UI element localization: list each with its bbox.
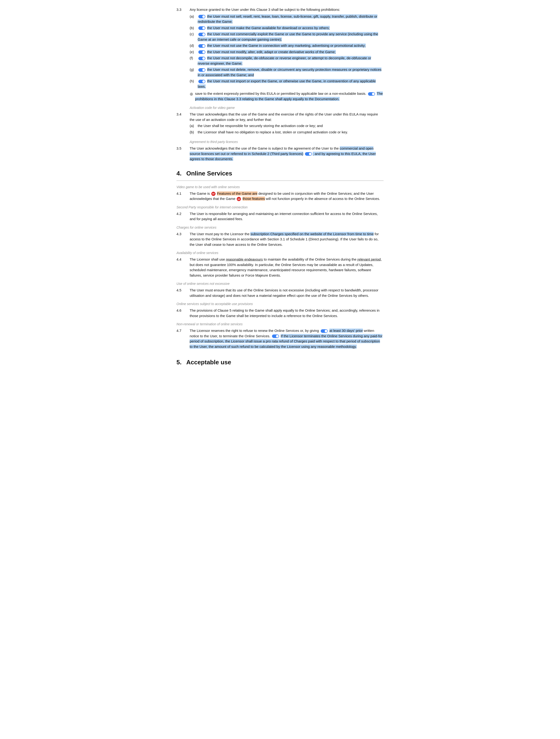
clause-3-3: 3.3 Any licence granted to the User unde…: [176, 7, 384, 102]
clause-3-3-item-h: (h) the User must not import or export t…: [190, 79, 384, 89]
clause-content-4-4: The Licensor shall use reasonable endeav…: [190, 257, 384, 278]
toggle-continuation[interactable]: [368, 92, 375, 96]
clause-4-1-text-after: will not function properly in the absenc…: [265, 197, 380, 201]
clause-4-4-text1: The Licensor shall use: [190, 257, 226, 261]
clause-3-3-intro: Any licence granted to the User under th…: [190, 8, 340, 11]
toggle-d[interactable]: [198, 44, 205, 48]
clause-4-7-wrapper: Non-renewal or termination of online ser…: [176, 322, 384, 349]
sub-label-h: (h): [190, 79, 195, 89]
clause-3-3-continuation: ⊕ save to the extent expressly permitted…: [190, 91, 384, 102]
clause-3-3-item-b: (b) the User must not make the Game avai…: [190, 25, 384, 31]
clause-num-4-4: 4.4: [176, 257, 186, 278]
clause-content-4-2: The User is responsible for arranging an…: [190, 211, 384, 222]
clause-3-3-f-text: the User must not decompile, de-obfuscat…: [198, 56, 371, 65]
clause-num-4-7: 4.7: [176, 328, 186, 349]
clause-3-3-d-text: the User must not use the Game in connec…: [207, 43, 366, 47]
clause-4-7-highlight: at least 30 days' prior: [329, 329, 363, 332]
clause-3-5-text1: The User acknowledges that the use of th…: [190, 146, 340, 150]
clause-3-3-item-e: (e) the User must not modify, alter, edi…: [190, 49, 384, 55]
toggle-3-5[interactable]: [305, 152, 312, 156]
clause-4-1-highlight2: those features: [243, 197, 265, 201]
clause-content-4-1: The Game is or Features of the Game are …: [190, 191, 384, 201]
clause-num-4-1: 4.1: [176, 191, 186, 201]
clause-4-1: 4.1 The Game is or Features of the Game …: [176, 191, 384, 201]
clause-3-4: 3.4 The User acknowledges that the use o…: [176, 112, 384, 136]
section-5-num: 5.: [176, 358, 182, 367]
clause-3-4-a-text: the User shall be responsible for secure…: [198, 123, 323, 129]
clause-num-3-3: 3.3: [176, 7, 186, 102]
clause-3-3-g-text: the User must not delete, remove, disabl…: [198, 67, 382, 77]
clause-3-4-intro: The User acknowledges that the use of th…: [190, 112, 378, 122]
section-4-header: 4. Online Services: [176, 169, 384, 178]
clause-3-4-item-b: (b) the Licensor shall have no obligatio…: [190, 130, 384, 135]
clause-content-3-4: The User acknowledges that the use of th…: [190, 112, 384, 136]
clause-3-3-e-text: the User must not modify, alter, edit, a…: [207, 50, 336, 54]
clause-3-3-h-text: the User must not import or export the G…: [198, 79, 376, 89]
clause-4-4: 4.4 The Licensor shall use reasonable en…: [176, 257, 384, 278]
clause-3-4-item-a: (a) the User shall be responsible for se…: [190, 123, 384, 129]
clause-3-3-item-g: (g) the User must not delete, remove, di…: [190, 67, 384, 78]
or-badge-1: or: [211, 192, 216, 196]
clause-content-3-5: The User acknowledges that the use of th…: [190, 146, 384, 162]
clause-4-5: 4.5 The User must ensure that its use of…: [176, 288, 384, 298]
clause-4-4-sublabel: Availability of online services: [176, 251, 384, 256]
toggle-c[interactable]: [198, 33, 205, 36]
section-4-title: Online Services: [186, 169, 232, 178]
clause-content-3-3: Any licence granted to the User under th…: [190, 7, 384, 102]
clause-4-3-highlight: subscription Charges specified on the we…: [250, 232, 374, 236]
clause-4-1-sublabel: Video game to be used with online servic…: [176, 185, 384, 189]
clause-4-4-text2: to maintain the availability of the Onli…: [263, 257, 358, 261]
sub-label-d: (d): [190, 43, 195, 48]
clause-num-4-5: 4.5: [176, 288, 186, 298]
clause-3-3-cont-text: save to the extent expressly permitted b…: [195, 92, 366, 96]
clause-content-4-6: The provisions of Clause 5 relating to t…: [190, 308, 384, 318]
clause-content-4-3: The User must pay to the Licensor the su…: [190, 232, 384, 248]
toggle-a[interactable]: [198, 15, 205, 18]
clause-4-5-text: The User must ensure that its use of the…: [190, 288, 378, 298]
toggle-4-7b[interactable]: [272, 334, 279, 338]
section-5-wrapper: 5. Acceptable use: [176, 358, 384, 367]
clause-4-1-text-before: The Game is: [190, 191, 211, 195]
clause-4-3-wrapper: Charges for online services 4.3 The User…: [176, 225, 384, 248]
sub-label-e: (e): [190, 49, 195, 55]
sub-label-f: (f): [190, 55, 195, 66]
toggle-b[interactable]: [198, 26, 205, 30]
clause-4-6-text: The provisions of Clause 5 relating to t…: [190, 308, 380, 318]
clause-3-5-sublabel: Agreement to third party licences: [190, 139, 384, 144]
toggle-e[interactable]: [198, 50, 205, 54]
clause-3-3-c-text: the User must not commercially exploit t…: [198, 32, 378, 41]
sub-label-b: (b): [190, 25, 195, 31]
clause-3-5: 3.5 The User acknowledges that the use o…: [176, 146, 384, 162]
clause-num-4-3: 4.3: [176, 232, 186, 248]
clause-3-4-wrapper: Activation code for video game 3.4 The U…: [176, 105, 384, 136]
toggle-g[interactable]: [198, 68, 205, 72]
clause-4-2-text: The User is responsible for arranging an…: [190, 212, 378, 221]
clause-3-3-item-f: (f) the User must not decompile, de-obfu…: [190, 55, 384, 66]
clause-3-3-item-d: (d) the User must not use the Game in co…: [190, 43, 384, 48]
clause-num-3-4: 3.4: [176, 112, 186, 136]
clause-4-7-sublabel: Non-renewal or termination of online ser…: [176, 322, 384, 327]
section-4-divider: [176, 180, 384, 181]
clause-4-3: 4.3 The User must pay to the Licensor th…: [176, 232, 384, 248]
clause-4-3-text1: The User must pay to the Licensor the: [190, 232, 250, 236]
clause-4-6-wrapper: Online services subject to acceptable us…: [176, 302, 384, 318]
clause-4-6-sublabel: Online services subject to acceptable us…: [176, 302, 384, 306]
toggle-h[interactable]: [198, 80, 205, 83]
toggle-4-7[interactable]: [321, 329, 328, 333]
clause-3-3-a-text: the User must not sell, resell, rent, le…: [198, 14, 378, 24]
clause-num-4-2: 4.2: [176, 211, 186, 222]
section-5-title: Acceptable use: [186, 358, 231, 367]
clause-3-3-item-c: (c) the User must not commercially explo…: [190, 31, 384, 42]
clause-num-3-5: 3.5: [176, 146, 186, 162]
clause-4-7-text1: The Licensor reserves the right to refus…: [190, 329, 319, 332]
clause-4-2-wrapper: Second Party responsible for internet co…: [176, 205, 384, 222]
sub-label-a: (a): [190, 14, 195, 24]
sub-label-c: (c): [190, 31, 195, 42]
clause-3-5-wrapper: Agreement to third party licences 3.5 Th…: [176, 139, 384, 162]
clause-4-3-sublabel: Charges for online services: [176, 225, 384, 230]
clause-4-2: 4.2 The User is responsible for arrangin…: [176, 211, 384, 222]
toggle-f[interactable]: [198, 57, 205, 60]
clause-3-4-b-text: the Licensor shall have no obligation to…: [198, 130, 348, 135]
clause-4-6: 4.6 The provisions of Clause 5 relating …: [176, 308, 384, 318]
clause-4-1-highlight1: Features of the Game are: [217, 191, 257, 195]
